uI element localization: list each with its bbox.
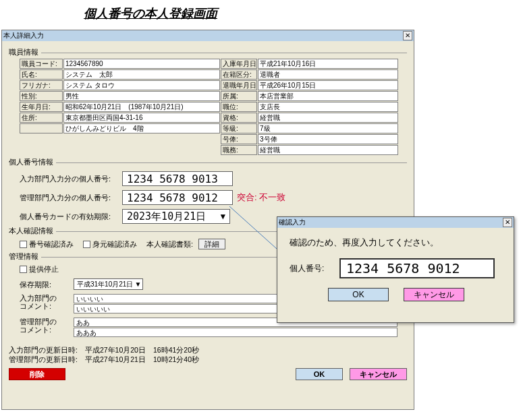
match-status: 突合: 不一致 [237,191,285,204]
addr-value-2: ひがしんみどりビル 4階 [63,123,220,133]
addr-label: 住所: [20,113,63,123]
birth-label: 生年月日: [20,102,63,112]
hire-date-value: 平成21年10月16日 [258,59,398,69]
addr-label-2 [20,123,63,133]
chevron-down-icon[interactable]: ▼ [221,212,225,221]
card-expiry-field[interactable]: 2023年10月21日 ▼ [122,209,230,224]
confirm-popup: 確認入力 ✕ 確認のため、再度入力してください。 個人番号: 1234 5678… [277,216,514,323]
main-titlebar: 本人詳細入力 ✕ [2,30,414,41]
qual-value: 経営職 [258,113,398,123]
confirm-doc-label: 本人確認書類: [146,239,193,249]
input-dept-number-field[interactable]: 1234 5678 9013 [122,171,233,186]
input-comment-label: 入力部門の コメント: [20,294,74,310]
cancel-button[interactable]: キャンセル [350,368,407,380]
input-update-time: 入力部門の更新日時: 平成27年10月20日 16時41分20秒 [9,345,407,355]
close-icon[interactable]: ✕ [403,31,412,40]
enrol-label: 在籍区分: [221,69,257,80]
sex-label: 性別: [20,91,63,101]
qual-label: 資格: [221,113,257,123]
popup-number-field[interactable]: 1234 5678 9012 [339,258,495,278]
card-expiry-label: 個人番号カードの有効期限: [20,212,122,222]
emp-code-value: 1234567890 [63,59,220,69]
hire-date-label: 入庫年月日: [221,59,257,69]
grade-value: 7級 [258,123,398,133]
detail-button[interactable]: 詳細 [198,239,225,249]
popup-title: 確認入力 [279,218,306,227]
popup-field-label: 個人番号: [290,263,339,274]
job-value: 経営職 [258,145,398,155]
close-icon[interactable]: ✕ [503,218,512,227]
line-value: 3号俸 [258,134,398,144]
mgmt-comment-field-2[interactable]: あああ [74,328,397,337]
popup-ok-button[interactable]: OK [328,288,389,301]
furigana-label: フリガナ: [20,80,63,90]
number-confirmed-checkbox[interactable]: 番号確認済み [20,239,74,249]
mgmt-update-time: 管理部門の更新日時: 平成27年10月21日 10時21分40秒 [9,355,407,364]
group-number-legend: 個人番号情報 [9,158,53,167]
dept-label: 所属: [221,91,257,101]
dept-value: 本店営業部 [258,91,398,101]
sex-value: 男性 [63,91,220,101]
emp-code-label: 職員コード: [20,59,63,69]
retire-label: 退職年月日: [221,80,257,90]
grade-label: 等級: [221,123,257,133]
enrol-value: 退職者 [258,69,398,80]
popup-message: 確認のため、再度入力してください。 [290,237,503,249]
furigana-value: システム タロウ [63,80,220,90]
main-window-title: 本人詳細入力 [3,31,44,40]
popup-cancel-button[interactable]: キャンセル [404,288,464,301]
post-value: 支店長 [258,102,398,112]
name-value: システム 太郎 [63,69,220,80]
identity-confirmed-checkbox[interactable]: 身元確認済み [83,239,137,249]
page-title: 個人番号の本人登録画面 [84,5,521,22]
ok-button[interactable]: OK [296,368,343,380]
line-label: 号俸: [221,134,257,144]
birth-value: 昭和62年10月21日 (1987年10月21日) [63,102,220,112]
popup-titlebar: 確認入力 ✕ [277,217,514,228]
mgmt-comment-label: 管理部門の コメント: [20,318,74,334]
group-employee-legend: 職員情報 [9,48,38,57]
group-confirm-legend: 本人確認情報 [9,227,53,236]
name-label: 氏名: [20,69,63,80]
mgmt-dept-number-field[interactable]: 1234 5678 9012 [122,190,233,205]
stop-provide-checkbox[interactable]: 提供停止 [20,264,59,274]
delete-button[interactable]: 削除 [9,368,65,380]
group-number: 個人番号情報 入力部門入力分の個人番号: 1234 5678 9013 管理部門… [9,158,407,224]
post-label: 職位: [221,102,257,112]
group-manage-legend: 管理情報 [9,252,38,262]
group-employee: 職員情報 職員コード: 1234567890 入庫年月日: 平成21年10月16… [9,48,407,155]
retain-select[interactable]: 平成31年10月21日 ▼ [74,278,143,290]
retire-value: 平成26年10月15日 [258,80,398,90]
retain-label: 保存期限: [20,280,74,289]
update-times: 入力部門の更新日時: 平成27年10月20日 16時41分20秒 管理部門の更新… [9,345,407,364]
mgmt-dept-number-label: 管理部門入力分の個人番号: [20,193,122,203]
job-label: 職務: [221,145,257,155]
chevron-down-icon[interactable]: ▼ [134,280,141,288]
input-dept-number-label: 入力部門入力分の個人番号: [20,174,122,184]
addr-value-1: 東京都墨田区両国4-31-16 [63,113,220,123]
